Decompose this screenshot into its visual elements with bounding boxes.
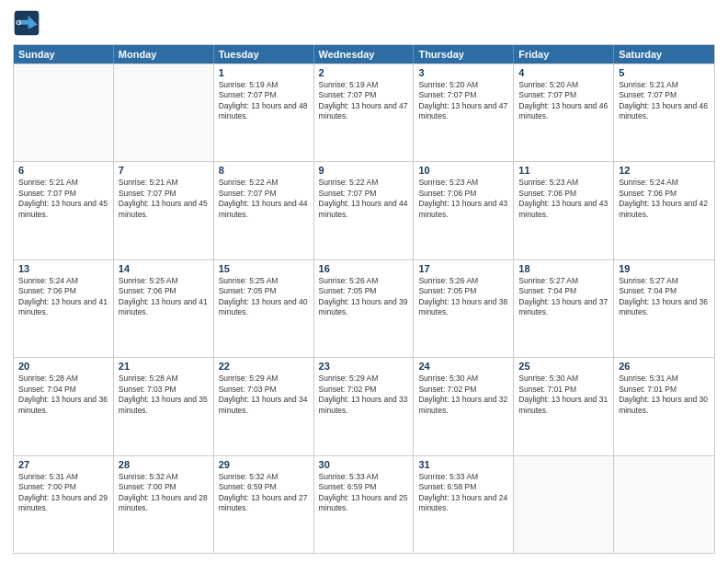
cal-cell-empty-0-1 [114,64,214,161]
cal-cell-15: 15Sunrise: 5:25 AMSunset: 7:05 PMDayligh… [214,260,314,357]
cell-info: Sunrise: 5:31 AMSunset: 7:01 PMDaylight:… [619,373,710,416]
cell-info: Sunrise: 5:21 AMSunset: 7:07 PMDaylight:… [119,178,209,220]
cell-info: Sunrise: 5:32 AMSunset: 6:59 PMDaylight:… [219,472,309,514]
day-of-week-thursday: Thursday [414,45,514,63]
week-row-3: 13Sunrise: 5:24 AMSunset: 7:06 PMDayligh… [14,259,714,357]
cell-info: Sunrise: 5:23 AMSunset: 7:06 PMDaylight:… [518,178,609,220]
cal-cell-empty-4-6 [614,456,714,553]
cell-info: Sunrise: 5:24 AMSunset: 7:06 PMDaylight:… [18,276,108,318]
cell-info: Sunrise: 5:27 AMSunset: 7:04 PMDaylight:… [619,276,710,318]
cal-cell-30: 30Sunrise: 5:33 AMSunset: 6:59 PMDayligh… [314,456,415,553]
week-row-2: 6Sunrise: 5:21 AMSunset: 7:07 PMDaylight… [14,161,714,259]
day-of-week-monday: Monday [114,45,214,63]
day-number: 10 [418,165,508,176]
week-row-5: 27Sunrise: 5:31 AMSunset: 7:00 PMDayligh… [14,455,714,553]
day-number: 28 [119,459,209,470]
cal-cell-1: 1Sunrise: 5:19 AMSunset: 7:07 PMDaylight… [214,64,314,161]
cal-cell-13: 13Sunrise: 5:24 AMSunset: 7:06 PMDayligh… [14,260,114,357]
day-number: 27 [18,459,108,470]
cal-cell-4: 4Sunrise: 5:20 AMSunset: 7:07 PMDaylight… [514,64,614,161]
svg-text:G: G [16,18,21,27]
cell-info: Sunrise: 5:19 AMSunset: 7:07 PMDaylight:… [219,80,309,122]
day-number: 1 [219,67,309,78]
cal-cell-10: 10Sunrise: 5:23 AMSunset: 7:06 PMDayligh… [414,162,514,259]
day-number: 21 [119,361,209,372]
cell-info: Sunrise: 5:22 AMSunset: 7:07 PMDaylight:… [319,178,409,220]
cell-info: Sunrise: 5:31 AMSunset: 7:00 PMDaylight:… [18,472,108,514]
day-number: 14 [119,263,209,274]
cal-cell-29: 29Sunrise: 5:32 AMSunset: 6:59 PMDayligh… [214,456,314,553]
cal-cell-21: 21Sunrise: 5:28 AMSunset: 7:03 PMDayligh… [114,358,214,454]
logo-icon: G [13,9,40,37]
cal-cell-25: 25Sunrise: 5:30 AMSunset: 7:01 PMDayligh… [514,358,614,454]
logo: G [13,9,44,37]
day-number: 17 [418,263,508,274]
week-row-4: 20Sunrise: 5:28 AMSunset: 7:04 PMDayligh… [14,357,714,454]
cell-info: Sunrise: 5:33 AMSunset: 6:58 PMDaylight:… [418,472,508,514]
cell-info: Sunrise: 5:26 AMSunset: 7:05 PMDaylight:… [418,276,508,318]
day-number: 13 [18,263,108,274]
day-number: 24 [418,361,508,372]
cell-info: Sunrise: 5:30 AMSunset: 7:01 PMDaylight:… [518,373,609,416]
calendar: SundayMondayTuesdayWednesdayThursdayFrid… [13,44,715,554]
day-number: 5 [619,67,710,78]
cell-info: Sunrise: 5:26 AMSunset: 7:05 PMDaylight:… [319,276,409,318]
cell-info: Sunrise: 5:21 AMSunset: 7:07 PMDaylight:… [18,178,108,220]
day-number: 9 [319,165,409,176]
cal-cell-14: 14Sunrise: 5:25 AMSunset: 7:06 PMDayligh… [114,260,214,357]
day-number: 18 [518,263,609,274]
cell-info: Sunrise: 5:23 AMSunset: 7:06 PMDaylight:… [418,178,508,220]
cal-cell-18: 18Sunrise: 5:27 AMSunset: 7:04 PMDayligh… [514,260,614,357]
day-number: 22 [219,361,309,372]
day-number: 20 [18,361,108,372]
day-number: 25 [518,361,609,372]
cal-cell-22: 22Sunrise: 5:29 AMSunset: 7:03 PMDayligh… [214,358,314,454]
day-number: 6 [18,165,108,176]
day-of-week-wednesday: Wednesday [314,45,415,63]
calendar-body: 1Sunrise: 5:19 AMSunset: 7:07 PMDaylight… [14,63,714,553]
header: G [13,9,715,37]
cal-cell-23: 23Sunrise: 5:29 AMSunset: 7:02 PMDayligh… [314,358,415,454]
cell-info: Sunrise: 5:33 AMSunset: 6:59 PMDaylight:… [319,472,409,514]
cal-cell-9: 9Sunrise: 5:22 AMSunset: 7:07 PMDaylight… [314,162,415,259]
day-number: 3 [418,67,508,78]
cal-cell-20: 20Sunrise: 5:28 AMSunset: 7:04 PMDayligh… [14,358,114,454]
day-number: 19 [619,263,710,274]
day-number: 8 [219,165,309,176]
day-number: 2 [319,67,409,78]
cell-info: Sunrise: 5:28 AMSunset: 7:04 PMDaylight:… [18,373,108,416]
cal-cell-3: 3Sunrise: 5:20 AMSunset: 7:07 PMDaylight… [414,64,514,161]
cal-cell-2: 2Sunrise: 5:19 AMSunset: 7:07 PMDaylight… [314,64,415,161]
cal-cell-19: 19Sunrise: 5:27 AMSunset: 7:04 PMDayligh… [614,260,714,357]
cal-cell-28: 28Sunrise: 5:32 AMSunset: 7:00 PMDayligh… [114,456,214,553]
cal-cell-6: 6Sunrise: 5:21 AMSunset: 7:07 PMDaylight… [14,162,114,259]
day-of-week-sunday: Sunday [14,45,114,63]
cal-cell-26: 26Sunrise: 5:31 AMSunset: 7:01 PMDayligh… [614,358,714,454]
cell-info: Sunrise: 5:32 AMSunset: 7:00 PMDaylight:… [119,472,209,514]
page: G SundayMondayTuesdayWednesdayThursdayFr… [0,0,728,563]
cal-cell-24: 24Sunrise: 5:30 AMSunset: 7:02 PMDayligh… [414,358,514,454]
week-row-1: 1Sunrise: 5:19 AMSunset: 7:07 PMDaylight… [14,63,714,161]
cal-cell-31: 31Sunrise: 5:33 AMSunset: 6:58 PMDayligh… [414,456,514,553]
cal-cell-12: 12Sunrise: 5:24 AMSunset: 7:06 PMDayligh… [614,162,714,259]
calendar-header: SundayMondayTuesdayWednesdayThursdayFrid… [14,45,714,63]
day-number: 7 [119,165,209,176]
day-number: 29 [219,459,309,470]
day-number: 31 [418,459,508,470]
cell-info: Sunrise: 5:20 AMSunset: 7:07 PMDaylight:… [518,80,609,122]
cell-info: Sunrise: 5:25 AMSunset: 7:05 PMDaylight:… [219,276,309,318]
cal-cell-27: 27Sunrise: 5:31 AMSunset: 7:00 PMDayligh… [14,456,114,553]
cal-cell-empty-0-0 [14,64,114,161]
cal-cell-17: 17Sunrise: 5:26 AMSunset: 7:05 PMDayligh… [414,260,514,357]
day-number: 15 [219,263,309,274]
cell-info: Sunrise: 5:24 AMSunset: 7:06 PMDaylight:… [619,178,710,220]
day-number: 30 [319,459,409,470]
day-number: 11 [518,165,609,176]
cal-cell-16: 16Sunrise: 5:26 AMSunset: 7:05 PMDayligh… [314,260,415,357]
day-number: 12 [619,165,710,176]
cal-cell-7: 7Sunrise: 5:21 AMSunset: 7:07 PMDaylight… [114,162,214,259]
cal-cell-8: 8Sunrise: 5:22 AMSunset: 7:07 PMDaylight… [214,162,314,259]
cell-info: Sunrise: 5:22 AMSunset: 7:07 PMDaylight:… [219,178,309,220]
cell-info: Sunrise: 5:20 AMSunset: 7:07 PMDaylight:… [418,80,508,122]
day-of-week-friday: Friday [514,45,614,63]
